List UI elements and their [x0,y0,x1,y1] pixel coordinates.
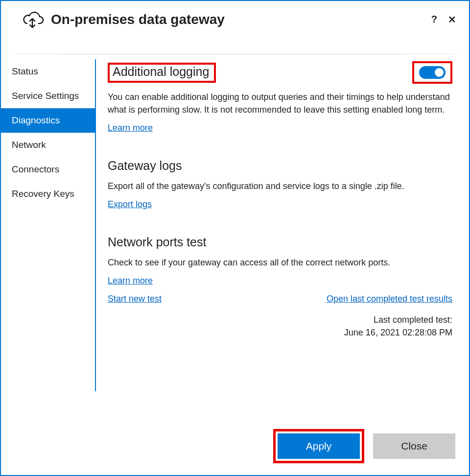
help-icon[interactable]: ? [431,14,437,25]
sidebar-item-service-settings[interactable]: Service Settings [1,84,95,108]
section-gateway-logs: Gateway logs Export all of the gateway's… [108,159,452,210]
highlight-additional-logging-title: Additional logging [108,63,216,83]
sidebar-item-status[interactable]: Status [1,59,95,84]
section-network-ports: Network ports test Check to see if your … [108,235,452,338]
network-ports-title: Network ports test [108,235,452,249]
sidebar-item-recovery-keys[interactable]: Recovery Keys [1,182,95,206]
footer-actions: Apply Close [273,429,455,463]
highlight-apply-button: Apply [273,429,364,463]
window-title: On-premises data gateway [51,12,225,27]
last-completed-value: June 16, 2021 02:28:08 PM [108,327,452,339]
last-completed-label: Last completed test: [108,314,452,326]
sidebar-item-connectors[interactable]: Connectors [1,157,95,182]
sidebar-item-network[interactable]: Network [1,133,95,157]
start-new-test-link[interactable]: Start new test [108,294,162,304]
content-pane: Additional logging You can enable additi… [96,54,469,391]
close-icon[interactable]: ✕ [448,14,456,25]
additional-logging-toggle[interactable] [419,66,446,79]
title-bar: On-premises data gateway ? ✕ [1,1,469,33]
sidebar: Status Service Settings Diagnostics Netw… [1,54,95,391]
sidebar-item-diagnostics[interactable]: Diagnostics [1,108,95,133]
highlight-additional-logging-toggle [412,61,452,84]
export-logs-link[interactable]: Export logs [108,199,152,210]
cloud-gateway-icon [21,10,44,29]
header-divider [12,54,458,54]
open-last-results-link[interactable]: Open last completed test results [327,294,452,304]
gateway-logs-title: Gateway logs [108,159,452,173]
section-additional-logging: Additional logging You can enable additi… [108,61,452,133]
additional-logging-description: You can enable additional logging to out… [108,91,452,116]
additional-logging-title: Additional logging [113,65,209,78]
network-ports-learn-more-link[interactable]: Learn more [108,276,153,286]
network-ports-description: Check to see if your gateway can access … [108,256,452,269]
additional-logging-learn-more-link[interactable]: Learn more [108,123,153,133]
close-button[interactable]: Close [373,433,455,459]
gateway-logs-description: Export all of the gateway's configuratio… [108,180,452,192]
apply-button[interactable]: Apply [278,433,360,459]
last-completed-test: Last completed test: June 16, 2021 02:28… [108,314,452,338]
